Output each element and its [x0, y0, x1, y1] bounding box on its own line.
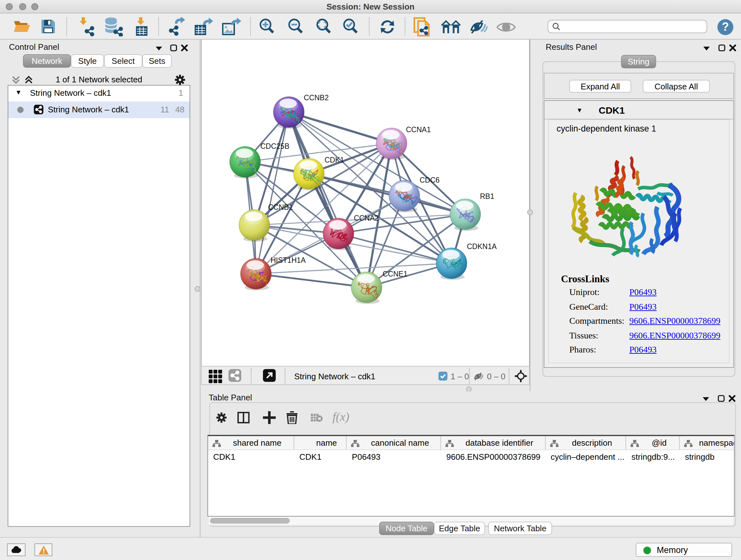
svg-text:CDKN1A: CDKN1A — [467, 242, 497, 251]
svg-text:CDK1: CDK1 — [325, 156, 344, 164]
svg-text:CCNE1: CCNE1 — [383, 270, 408, 278]
svg-text:CDC6: CDC6 — [420, 176, 440, 184]
svg-text:HIST1H1A: HIST1H1A — [271, 256, 306, 264]
svg-text:CCNB1: CCNB1 — [268, 203, 293, 211]
svg-text:CCNA1: CCNA1 — [406, 125, 431, 134]
svg-text:CDC25B: CDC25B — [260, 142, 289, 150]
svg-text:RB1: RB1 — [480, 192, 494, 200]
svg-text:CCNA2: CCNA2 — [354, 214, 379, 222]
svg-text:CCNB2: CCNB2 — [304, 94, 329, 102]
